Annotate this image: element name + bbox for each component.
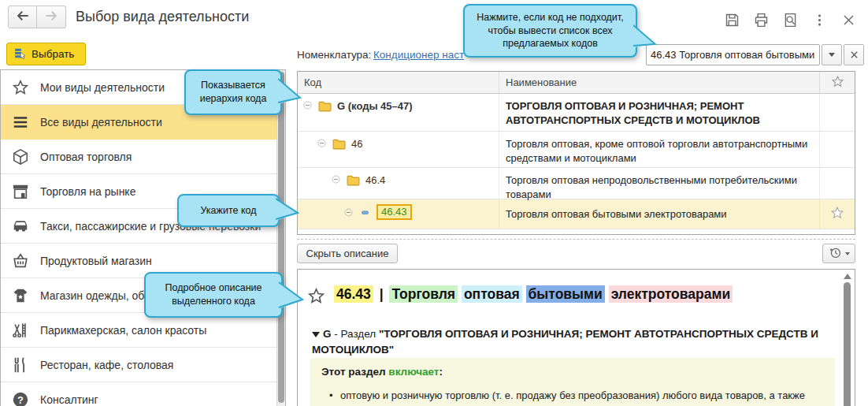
word-highlight: электротоварами bbox=[609, 285, 733, 303]
sidebar-item-label: Все виды деятельности bbox=[40, 116, 162, 129]
more-icon[interactable] bbox=[811, 11, 828, 28]
sidebar-item-label: Продуктовый магазин bbox=[40, 255, 152, 267]
market-stall-icon bbox=[7, 183, 34, 200]
collapse-arrow-icon bbox=[312, 332, 320, 337]
select-button-label: Выбрать bbox=[32, 48, 74, 60]
restaurant-icon bbox=[7, 356, 34, 374]
star-icon bbox=[831, 75, 844, 91]
clear-icon bbox=[850, 48, 859, 62]
basket-icon bbox=[7, 252, 34, 270]
window: Выбор вида деятельности Выбрать Мои виды… bbox=[0, 0, 868, 406]
column-header-name[interactable]: Наименование bbox=[499, 72, 820, 93]
tooltip-press-if-wrong: Нажмите, если код не подходит, чтобы выв… bbox=[463, 4, 637, 58]
description-panel: 46.43 | Торговля оптовая бытовыми электр… bbox=[297, 269, 855, 406]
combobox-clear-button[interactable] bbox=[844, 44, 864, 65]
folder-icon bbox=[332, 138, 346, 152]
folder-icon bbox=[318, 100, 332, 114]
scroll-up-icon[interactable] bbox=[844, 274, 851, 279]
code-combobox: 46.43 Торговля оптовая бытовыми bbox=[646, 44, 864, 65]
code-combobox-input[interactable]: 46.43 Торговля оптовая бытовыми bbox=[646, 44, 820, 65]
favorite-star-icon[interactable] bbox=[307, 287, 325, 308]
collapse-node-icon[interactable] bbox=[302, 100, 313, 113]
clothes-icon bbox=[7, 287, 34, 304]
code-item-icon bbox=[359, 207, 371, 220]
tooltip-detailed-description: Подробное описание выделенного кода bbox=[144, 272, 283, 318]
folder-icon bbox=[347, 174, 360, 188]
sidebar-item-restaurant[interactable]: Ресторан, кафе, столовая bbox=[1, 348, 285, 382]
row-name: ТОРГОВЛЯ ОПТОВАЯ И РОЗНИЧНАЯ; РЕМОНТ АВТ… bbox=[499, 94, 820, 131]
collapse-node-icon[interactable] bbox=[343, 207, 354, 220]
sidebar-item-label: Оптовая торговля bbox=[40, 151, 132, 163]
word-highlight: оптовая bbox=[462, 285, 522, 303]
table-row-selected[interactable]: 46.43 Торговля оптовая бытовыми электрот… bbox=[298, 199, 855, 229]
collapse-node-icon[interactable] bbox=[317, 138, 327, 151]
question-icon: ? bbox=[7, 391, 34, 406]
codes-table: Код Наименование G (коды 45–47) ТОРГОВЛЯ… bbox=[297, 71, 855, 235]
preview-icon[interactable] bbox=[781, 11, 799, 28]
sidebar-item-consulting[interactable]: ? Консалтинг bbox=[1, 382, 285, 406]
nav-buttons bbox=[8, 6, 66, 28]
activity-sidebar: Мои виды деятельности Все виды деятельно… bbox=[0, 69, 286, 406]
hide-description-button[interactable]: Скрыть описание bbox=[297, 244, 398, 263]
sidebar-scrollbar[interactable] bbox=[276, 70, 285, 406]
description-scrollbar-thumb[interactable] bbox=[844, 282, 851, 406]
section-code: G bbox=[323, 328, 332, 340]
splitter[interactable] bbox=[297, 239, 855, 240]
table-row[interactable]: 46.4 Торговля оптовая непродовольственны… bbox=[298, 168, 855, 199]
history-icon bbox=[829, 246, 842, 262]
table-header: Код Наименование bbox=[298, 72, 855, 94]
tooltip-tail bbox=[279, 281, 304, 312]
table-row[interactable]: 46 Торговля оптовая, кроме оптовой торго… bbox=[298, 132, 855, 168]
includes-colon: : bbox=[439, 366, 443, 378]
row-code: 46.43 bbox=[377, 204, 412, 220]
code-highlight: 46.43 bbox=[334, 285, 373, 303]
section-title: "ТОРГОВЛЯ ОПТОВАЯ И РОЗНИЧНАЯ; РЕМОНТ АВ… bbox=[312, 328, 818, 356]
row-name: Торговля оптовая непродовольственными по… bbox=[499, 168, 820, 199]
column-header-code[interactable]: Код bbox=[298, 72, 499, 93]
tooltip-hierarchy: Показывается иерархия кода bbox=[184, 69, 282, 115]
description-title: 46.43 | Торговля оптовая бытовыми электр… bbox=[334, 286, 733, 303]
svg-text:?: ? bbox=[17, 393, 24, 405]
window-toolbar bbox=[723, 11, 857, 28]
sidebar-item-label: Парикмахерская, салон красоты bbox=[40, 324, 206, 337]
tooltip-tail bbox=[276, 197, 299, 224]
save-icon[interactable] bbox=[723, 11, 740, 28]
table-row[interactable]: G (коды 45–47) ТОРГОВЛЯ ОПТОВАЯ И РОЗНИЧ… bbox=[298, 94, 855, 132]
tooltip-specify-code: Укажите код bbox=[177, 194, 280, 227]
page-title: Выбор вида деятельности bbox=[76, 9, 249, 25]
word-highlight: бытовыми bbox=[526, 285, 605, 303]
sidebar-scrollbar-thumb[interactable] bbox=[278, 72, 284, 403]
includes-line: Этот раздел включает: bbox=[321, 366, 824, 378]
sidebar-item-label: Ресторан, кафе, столовая bbox=[40, 359, 173, 371]
print-icon[interactable] bbox=[752, 11, 770, 28]
chevron-down-icon bbox=[845, 252, 850, 255]
includes-bullet: оптовую и розничную торговлю (т. е. прод… bbox=[340, 389, 813, 406]
section-header[interactable]: G - Раздел "ТОРГОВЛЯ ОПТОВАЯ И РОЗНИЧНАЯ… bbox=[312, 326, 832, 359]
sidebar-item-wholesale[interactable]: Оптовая торговля bbox=[1, 140, 285, 174]
row-name: Торговля оптовая бытовыми электротоварам… bbox=[499, 199, 820, 229]
tooltip-tail bbox=[278, 77, 302, 107]
collapse-node-icon[interactable] bbox=[331, 174, 341, 187]
row-code: G (коды 45–47) bbox=[337, 100, 413, 112]
box-icon bbox=[7, 148, 34, 166]
row-code: 46.4 bbox=[365, 174, 385, 186]
forward-button[interactable] bbox=[37, 6, 66, 28]
select-button[interactable]: Выбрать bbox=[6, 43, 86, 65]
sidebar-item-label: Торговля на рынке bbox=[40, 185, 135, 198]
description-scrollbar[interactable] bbox=[842, 272, 852, 406]
section-prefix: - Раздел bbox=[332, 328, 379, 340]
star-icon bbox=[7, 79, 34, 96]
history-button[interactable] bbox=[822, 244, 855, 263]
column-header-favorite[interactable] bbox=[820, 72, 855, 93]
row-name: Торговля оптовая, кроме оптовой торговли… bbox=[499, 132, 820, 167]
nomenclature-link[interactable]: Кондиционер наст bbox=[373, 49, 464, 61]
back-button[interactable] bbox=[8, 6, 37, 28]
menu-icon bbox=[7, 114, 34, 131]
favorite-star-icon[interactable] bbox=[830, 206, 844, 223]
combobox-dropdown-button[interactable] bbox=[822, 44, 842, 65]
close-icon[interactable] bbox=[840, 11, 857, 28]
car-icon bbox=[7, 218, 34, 235]
tooltip-tail bbox=[633, 24, 657, 49]
chevron-down-icon bbox=[829, 53, 835, 57]
sidebar-item-barbershop[interactable]: Парикмахерская, салон красоты bbox=[1, 313, 285, 348]
